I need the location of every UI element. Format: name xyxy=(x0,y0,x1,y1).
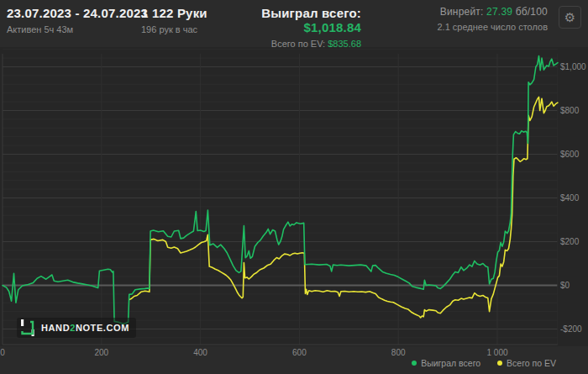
winnings-chart-panel xyxy=(0,47,588,346)
winrate-units: бб/100 xyxy=(516,6,548,18)
won-value: $1,018.84 xyxy=(303,20,361,34)
x-tick-label: 0 xyxy=(0,348,5,357)
y-tick-label: $400 xyxy=(560,193,579,203)
won-group: Выиграл всего: $1,018.84 Всего по EV: $8… xyxy=(214,6,361,49)
x-tick-label: 600 xyxy=(292,348,307,357)
x-tick-label: 400 xyxy=(193,348,207,357)
x-tick-label: 1 000 xyxy=(486,348,507,357)
y-tick-label: $0 xyxy=(560,281,570,290)
hands-per-hour: 196 рук в час xyxy=(141,24,207,34)
logo-num: 2 xyxy=(70,323,76,333)
legend-dot-icon xyxy=(412,361,417,366)
y-tick-label: $600 xyxy=(560,150,579,159)
logo-post: NOTE.COM xyxy=(76,323,129,333)
gear-icon: ⚙ xyxy=(564,10,575,24)
hand2note-session-window: 23.07.2023 - 24.07.2023 Активен 5ч 43м 1… xyxy=(0,0,588,374)
hands-total: 1 122 Руки xyxy=(141,6,207,20)
legend-dot-icon xyxy=(497,361,502,366)
y-tick-label: $200 xyxy=(560,237,579,246)
winnings-chart xyxy=(0,47,588,346)
x-tick-label: 200 xyxy=(94,348,108,357)
active-time: Активен 5ч 43м xyxy=(7,24,148,34)
won-total-line: Выиграл всего: $1,018.84 xyxy=(214,6,361,34)
legend-label: Выиграл всего xyxy=(421,358,480,368)
winrate-value: 27.39 xyxy=(486,6,512,18)
winrate-group: Винрейт: 27.39 бб/100 2.1 среднее число … xyxy=(437,6,548,32)
avg-tables: 2.1 среднее число столов xyxy=(437,22,548,32)
legend-label: Всего по EV xyxy=(507,358,556,368)
y-tick-label: $1,000 xyxy=(560,62,586,71)
x-tick-label: 800 xyxy=(391,348,406,357)
series-line-won xyxy=(3,56,558,324)
won-label: Выиграл всего: xyxy=(261,6,361,20)
hand2note-logo-text: HAND2NOTE.COM xyxy=(41,323,129,333)
date-range: 23.07.2023 - 24.07.2023 xyxy=(7,6,148,20)
legend-item[interactable]: Всего по EV xyxy=(497,358,556,368)
logo-pre: HAND xyxy=(41,323,70,333)
hands-group: 1 122 Руки 196 рук в час xyxy=(141,6,207,34)
settings-gear-button[interactable]: ⚙ xyxy=(559,6,581,29)
date-range-group: 23.07.2023 - 24.07.2023 Активен 5ч 43м xyxy=(7,6,148,34)
y-tick-label: -$200 xyxy=(560,324,582,334)
hand2note-logo-icon xyxy=(20,319,35,336)
session-header: 23.07.2023 - 24.07.2023 Активен 5ч 43м 1… xyxy=(0,0,588,47)
chart-legend: Выиграл всегоВсего по EV xyxy=(412,358,556,368)
y-tick-label: $800 xyxy=(560,106,579,115)
winrate-label: Винрейт: xyxy=(440,6,484,18)
winrate-line: Винрейт: 27.39 бб/100 xyxy=(437,6,548,18)
legend-item[interactable]: Выиграл всего xyxy=(412,358,480,368)
hand2note-logo[interactable]: HAND2NOTE.COM xyxy=(17,318,136,338)
